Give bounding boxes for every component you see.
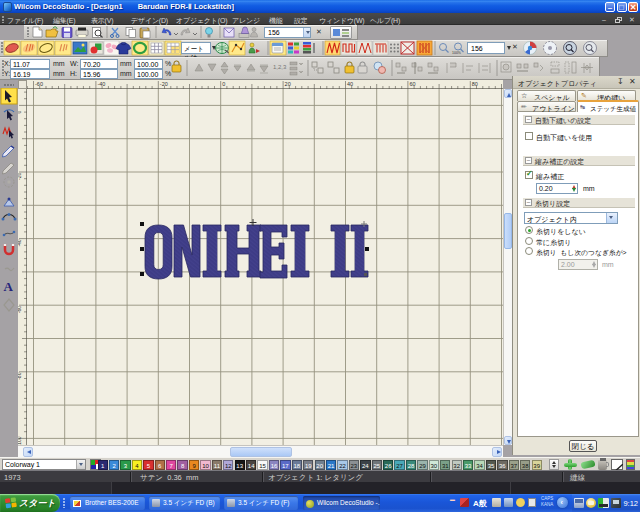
svg-text:-60: -60 bbox=[35, 81, 43, 87]
svg-text:60: 60 bbox=[409, 81, 415, 87]
svg-text:-40: -40 bbox=[97, 81, 105, 87]
svg-text:-20: -20 bbox=[160, 81, 168, 87]
svg-text:80: 80 bbox=[472, 81, 478, 87]
svg-text:-20: -20 bbox=[18, 173, 22, 180]
svg-text:100%: 100% bbox=[452, 51, 461, 55]
svg-text:0: 0 bbox=[222, 81, 225, 87]
svg-text:-40: -40 bbox=[18, 239, 22, 246]
svg-text:-100: -100 bbox=[18, 436, 22, 445]
svg-text:-80: -80 bbox=[18, 372, 22, 379]
svg-text:1,2,3: 1,2,3 bbox=[273, 64, 287, 70]
svg-text:20: 20 bbox=[285, 81, 291, 87]
svg-text:0: 0 bbox=[18, 110, 22, 113]
svg-text:40: 40 bbox=[347, 81, 353, 87]
svg-text:-60: -60 bbox=[18, 306, 22, 313]
svg-text:A: A bbox=[4, 279, 14, 294]
